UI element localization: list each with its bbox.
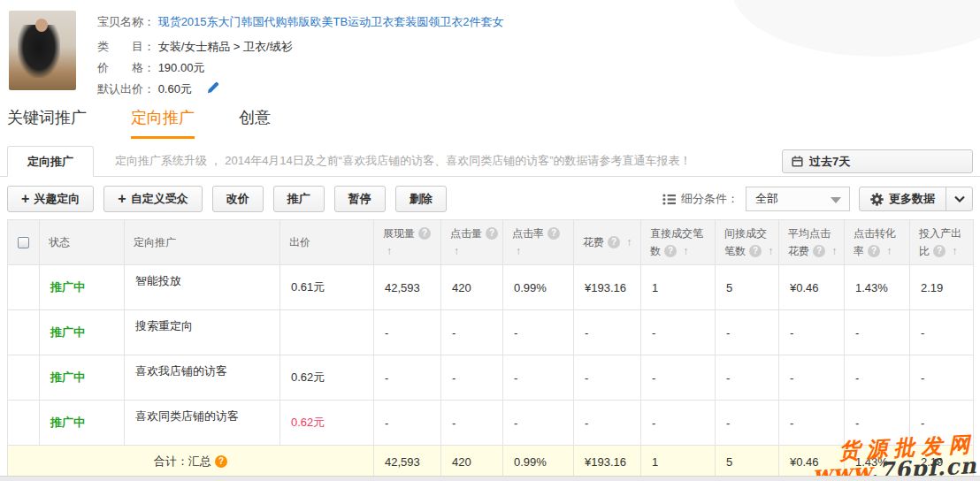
- col-header-targeting: 定向推广: [125, 220, 280, 265]
- col-header-avg-click-cost[interactable]: 平均点击花费? ↑: [779, 220, 845, 265]
- roi-cell: -: [910, 355, 974, 401]
- indirect-deals-total: 5: [716, 446, 779, 478]
- bid-cell[interactable]: 0.62元: [280, 355, 374, 401]
- col-header-impressions[interactable]: 展现量? ↑: [374, 220, 441, 265]
- col-header-select: [8, 220, 40, 265]
- panel-tab-bar: 定向推广 定向推广系统升级 ， 2014年4月14日及之前“喜欢我店铺的访客、喜…: [0, 146, 980, 177]
- conversion-rate-cell: -: [845, 401, 910, 446]
- product-thumbnail[interactable]: [9, 11, 76, 90]
- sort-up-icon: ↑: [952, 245, 957, 257]
- toolbar-right: 细分条件： 全部 更多数据: [662, 187, 973, 211]
- table-row: 推广中 喜欢我店铺的访客 0.62元 - - - - - - - - -: [8, 355, 974, 401]
- sort-up-icon: ↑: [387, 245, 392, 257]
- background-decoration: [732, 0, 980, 57]
- col-header-clicks[interactable]: 点击量? ↑: [441, 220, 503, 265]
- avg-click-cost-cell: ¥0.46: [779, 265, 845, 310]
- impressions-cell: -: [374, 310, 441, 355]
- bid-cell[interactable]: [280, 310, 374, 355]
- ctr-cell: -: [503, 401, 574, 446]
- filter-selected-value: 全部: [755, 191, 778, 207]
- subtab-targeted-promotion[interactable]: 定向推广: [7, 146, 94, 177]
- summary-label-cell: 合计：汇总?: [8, 446, 374, 478]
- product-meta: 宝贝名称： 现货2015东大门韩国代购韩版欧美TB运动卫衣套装圆领卫衣2件套女 …: [97, 11, 503, 101]
- more-data-caret-button[interactable]: [946, 187, 972, 210]
- col-header-direct-deals[interactable]: 直接成交笔数? ↑: [641, 220, 716, 265]
- col-header-cost[interactable]: 花费? ↑: [574, 220, 641, 265]
- direct-deals-total: 1: [641, 446, 716, 478]
- indirect-deals-cell: -: [716, 310, 779, 355]
- tab-targeted-promotion[interactable]: 定向推广: [131, 107, 195, 139]
- help-icon[interactable]: ?: [486, 227, 498, 240]
- conversion-rate-cell: -: [845, 355, 910, 401]
- col-header-conversion-rate[interactable]: 点击转化率? ↑: [845, 220, 910, 265]
- direct-deals-cell: -: [641, 310, 716, 355]
- direct-deals-cell: -: [641, 355, 716, 401]
- select-all-checkbox[interactable]: [18, 237, 29, 248]
- upgrade-notice: 定向推广系统升级 ， 2014年4月14日及之前“喜欢我店铺的访客、喜欢同类店铺…: [115, 146, 692, 176]
- clicks-cell: -: [441, 355, 503, 401]
- help-icon[interactable]: ?: [813, 245, 825, 257]
- change-bid-button[interactable]: 改价: [212, 186, 264, 212]
- pause-button[interactable]: 暂停: [334, 186, 386, 212]
- help-icon[interactable]: ?: [547, 227, 560, 240]
- help-icon[interactable]: ?: [749, 245, 762, 257]
- bid-cell[interactable]: 0.61元: [280, 265, 374, 310]
- date-range-button[interactable]: 过去7天: [782, 149, 973, 173]
- delete-button[interactable]: 删除: [395, 186, 447, 212]
- tab-creative[interactable]: 创意: [239, 107, 271, 139]
- row-select-cell: [8, 310, 40, 355]
- plus-icon: +: [118, 192, 126, 206]
- indirect-deals-cell: -: [716, 355, 779, 401]
- clicks-cell: -: [441, 401, 503, 446]
- col-header-bid: 出价: [280, 220, 374, 265]
- conversion-rate-cell: 1.43%: [845, 265, 910, 310]
- roi-total: 2.19: [910, 446, 974, 478]
- help-icon[interactable]: ?: [933, 245, 946, 257]
- default-bid-value: 0.60元: [158, 82, 192, 95]
- targeting-name: 喜欢同类店铺的访客: [125, 401, 280, 446]
- tab-keyword-promotion[interactable]: 关键词推广: [7, 107, 87, 139]
- product-info-panel: 宝贝名称： 现货2015东大门韩国代购韩版欧美TB运动卫衣套装圆领卫衣2件套女 …: [9, 11, 503, 101]
- summary-row: 合计：汇总? 42,593 420 0.99% ¥193.16 1 5 ¥0.4…: [8, 446, 974, 478]
- col-header-indirect-deals[interactable]: 间接成交笔数? ↑: [716, 220, 779, 265]
- product-name-link[interactable]: 现货2015东大门韩国代购韩版欧美TB运动卫衣套装圆领卫衣2件套女: [158, 15, 504, 28]
- conversion-rate-cell: -: [845, 310, 910, 355]
- filter-select[interactable]: 全部: [746, 187, 850, 211]
- roi-cell: -: [910, 401, 974, 446]
- status-badge: 推广中: [50, 416, 85, 429]
- cost-cell: ¥193.16: [574, 265, 641, 310]
- col-header-ctr[interactable]: 点击率? ↑: [503, 220, 574, 265]
- ctr-cell: 0.99%: [503, 265, 574, 310]
- more-data-button[interactable]: 更多数据: [860, 187, 946, 210]
- toolbar: + 兴趣定向 + 自定义受众 改价 推广 暂停 删除 细分条件： 全部: [7, 186, 973, 212]
- avg-click-cost-cell: -: [779, 310, 845, 355]
- sort-up-icon: ↑: [768, 245, 773, 257]
- promote-button[interactable]: 推广: [273, 186, 325, 212]
- cost-total: ¥193.16: [574, 446, 641, 478]
- help-icon[interactable]: ?: [418, 227, 431, 240]
- help-icon[interactable]: ?: [868, 245, 880, 257]
- date-range-label: 过去7天: [809, 154, 850, 170]
- targeting-name: 智能投放: [125, 265, 280, 310]
- targeting-name: 喜欢我店铺的访客: [125, 355, 280, 401]
- direct-deals-cell: -: [641, 401, 716, 446]
- sort-up-icon: ↑: [683, 245, 688, 257]
- row-select-cell: [8, 355, 40, 401]
- help-icon[interactable]: ?: [664, 245, 677, 257]
- ctr-cell: -: [503, 310, 574, 355]
- edit-bid-icon[interactable]: [206, 81, 219, 101]
- filter-label: 细分条件：: [681, 191, 739, 207]
- avg-click-cost-cell: -: [779, 355, 845, 401]
- help-icon[interactable]: ?: [215, 455, 227, 468]
- help-icon[interactable]: ?: [608, 236, 620, 248]
- filter-list-icon: [662, 194, 676, 205]
- col-header-roi[interactable]: 投入产出比? ↑: [910, 220, 974, 265]
- bid-cell[interactable]: 0.62元: [280, 401, 374, 446]
- add-interest-targeting-button[interactable]: + 兴趣定向: [7, 186, 94, 212]
- targeting-name: 搜索重定向: [125, 310, 280, 355]
- indirect-deals-cell: -: [716, 401, 779, 446]
- clicks-cell: -: [441, 310, 503, 355]
- plus-icon: +: [21, 192, 29, 206]
- status-badge: 推广中: [50, 370, 85, 384]
- add-custom-audience-button[interactable]: + 自定义受众: [103, 186, 202, 212]
